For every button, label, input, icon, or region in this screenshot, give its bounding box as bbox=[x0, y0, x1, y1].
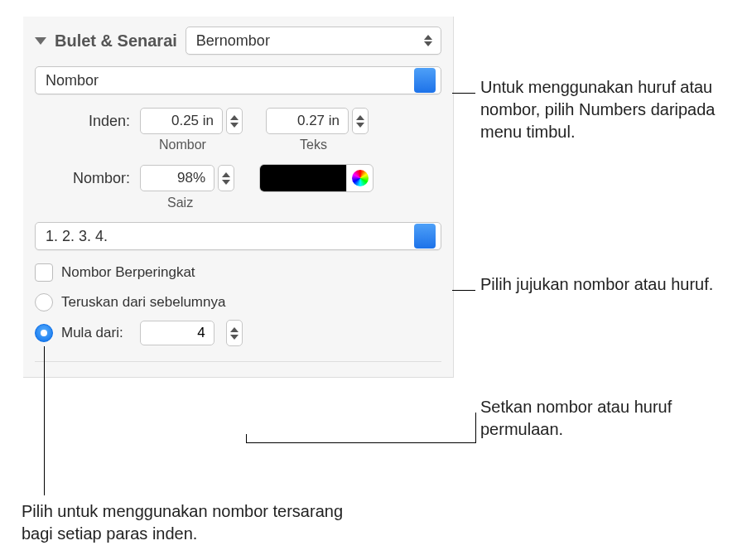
list-style-popup-value: Bernombor bbox=[196, 32, 270, 50]
sequence-popup-value: 1. 2. 3. 4. bbox=[46, 228, 108, 245]
start-from-radio-label: Mula dari: bbox=[61, 325, 123, 341]
text-indent-stepper[interactable] bbox=[266, 108, 369, 134]
stepper-arrows-icon[interactable] bbox=[226, 108, 243, 134]
callout-type-popup: Untuk menggunakan huruf atau nombor, pil… bbox=[480, 76, 729, 143]
color-swatch[interactable] bbox=[260, 165, 346, 191]
callout-tiered: Pilih untuk menggunakan nombor tersarang… bbox=[22, 500, 369, 545]
sequence-popup[interactable]: 1. 2. 3. 4. bbox=[35, 222, 441, 250]
stepper-arrows-icon[interactable] bbox=[352, 108, 369, 134]
stepper-arrows-icon[interactable] bbox=[226, 320, 243, 346]
callout-start: Setkan nombor atau huruf permulaan. bbox=[480, 396, 729, 441]
size-stepper[interactable] bbox=[140, 165, 234, 191]
section-title: Bulet & Senarai bbox=[55, 31, 177, 51]
indent-label: Inden: bbox=[35, 113, 130, 130]
tiered-numbers-checkbox[interactable] bbox=[35, 263, 53, 282]
callout-line bbox=[44, 346, 45, 495]
indent-row: Inden: bbox=[35, 108, 441, 134]
start-from-radio[interactable] bbox=[35, 324, 53, 342]
bullets-lists-panel: Bulet & Senarai Bernombor Nombor Inden: … bbox=[23, 17, 454, 378]
size-sublabel: Saiz bbox=[167, 196, 441, 210]
section-header: Bulet & Senarai Bernombor bbox=[35, 27, 441, 55]
callout-line bbox=[475, 413, 476, 443]
color-wheel-icon bbox=[352, 170, 369, 186]
updown-arrows-icon bbox=[414, 224, 436, 249]
list-style-popup[interactable]: Bernombor bbox=[186, 27, 441, 55]
updown-arrows-icon bbox=[414, 68, 436, 93]
callout-line bbox=[452, 290, 475, 291]
separator bbox=[35, 361, 441, 362]
tiered-numbers-row: Nombor Berperingkat bbox=[35, 263, 441, 282]
size-input[interactable] bbox=[140, 165, 214, 191]
size-color-row: Nombor: bbox=[35, 164, 441, 192]
number-indent-input[interactable] bbox=[140, 108, 223, 134]
number-indent-sublabel: Nombor bbox=[159, 138, 250, 152]
indent-sublabels: Nombor Teks bbox=[35, 138, 441, 152]
text-indent-input[interactable] bbox=[266, 108, 349, 134]
disclosure-triangle-icon[interactable] bbox=[35, 37, 46, 45]
callout-sequence: Pilih jujukan nombor atau huruf. bbox=[480, 273, 729, 296]
color-picker-button[interactable] bbox=[346, 165, 373, 191]
tiered-numbers-label: Nombor Berperingkat bbox=[61, 264, 195, 281]
stepper-arrows-icon[interactable] bbox=[218, 165, 234, 191]
continue-radio[interactable] bbox=[35, 293, 53, 311]
number-indent-stepper[interactable] bbox=[140, 108, 243, 134]
callout-line bbox=[246, 434, 247, 442]
color-well[interactable] bbox=[259, 164, 374, 192]
text-indent-sublabel: Teks bbox=[300, 138, 391, 152]
continue-radio-row: Teruskan dari sebelumnya bbox=[35, 293, 441, 311]
number-type-popup-value: Nombor bbox=[46, 72, 99, 89]
start-from-input[interactable] bbox=[140, 321, 214, 345]
number-type-popup[interactable]: Nombor bbox=[35, 66, 441, 94]
continue-radio-label: Teruskan dari sebelumnya bbox=[61, 294, 225, 311]
size-label: Nombor: bbox=[35, 170, 130, 187]
callout-line bbox=[246, 442, 476, 443]
updown-arrows-icon bbox=[421, 35, 436, 46]
start-from-radio-row: Mula dari: bbox=[35, 320, 441, 346]
callout-line bbox=[452, 93, 475, 94]
